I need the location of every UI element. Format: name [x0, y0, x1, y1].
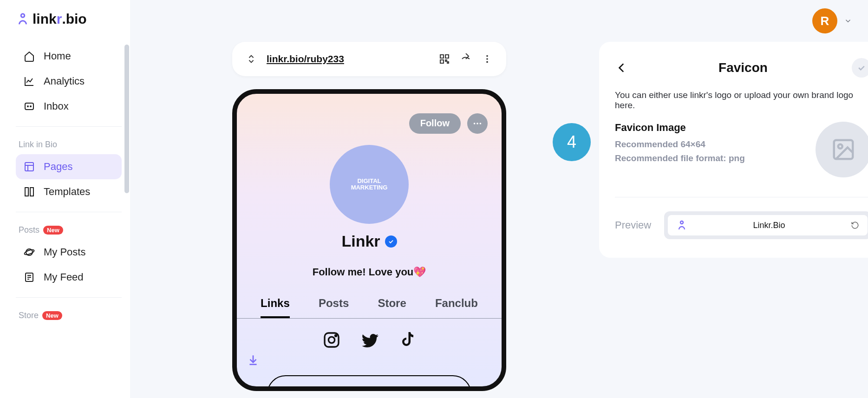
favicon-panel: Favicon You can either use linkr's logo …: [599, 42, 868, 258]
svg-rect-8: [30, 188, 33, 196]
sidebar-item-pages[interactable]: Pages: [16, 154, 122, 179]
favicon-recommended-size: Recommended 64×64: [615, 139, 745, 150]
svg-point-3: [30, 106, 31, 107]
chevron-down-icon[interactable]: [844, 17, 852, 25]
sidebar-item-home[interactable]: Home: [16, 44, 122, 69]
new-badge: New: [43, 226, 63, 235]
svg-point-31: [680, 221, 683, 224]
brand-text-accent: r: [57, 11, 62, 27]
svg-point-19: [486, 58, 488, 60]
section-label-posts: Posts New: [19, 225, 122, 235]
home-icon: [23, 50, 35, 62]
sidebar-item-myfeed[interactable]: My Feed: [16, 265, 122, 290]
panel-description: You can either use linkr's logo or uploa…: [615, 90, 868, 111]
back-button[interactable]: [615, 61, 629, 75]
social-icons-row: [237, 331, 502, 350]
svg-rect-15: [440, 55, 444, 58]
svg-point-23: [480, 123, 482, 124]
sidebar-label-pages: Pages: [44, 161, 72, 173]
divider: [615, 197, 868, 197]
follow-button[interactable]: Follow: [409, 113, 461, 134]
svg-point-30: [838, 144, 842, 149]
sidebar-label-home: Home: [44, 50, 71, 62]
section-label-store: Store New: [19, 311, 122, 320]
sidebar-item-myposts[interactable]: My Posts: [16, 240, 122, 265]
user-avatar[interactable]: R: [812, 8, 837, 33]
reorder-icon[interactable]: [245, 53, 257, 65]
divider: [16, 126, 122, 127]
sidebar-item-analytics[interactable]: Analytics: [16, 69, 122, 94]
favicon-heading: Favicon Image: [615, 122, 745, 134]
tab-fanclub[interactable]: Fanclub: [435, 292, 478, 318]
step-badge: 4: [553, 123, 591, 161]
avatar-text-2: MARKETING: [351, 184, 388, 191]
brand-text-prefix: link: [33, 11, 57, 27]
profile-bio: Follow me! Love you💖: [237, 266, 502, 278]
brand-logo[interactable]: linkr.bio: [16, 11, 122, 27]
page-url-bar: linkr.bio/ruby233: [232, 42, 506, 76]
svg-rect-4: [25, 163, 33, 171]
svg-point-18: [486, 55, 488, 57]
twitter-icon[interactable]: [360, 331, 380, 350]
instagram-icon[interactable]: [322, 331, 341, 350]
pages-icon: [23, 161, 35, 173]
tab-links[interactable]: Links: [261, 292, 290, 318]
tab-posts[interactable]: Posts: [319, 292, 349, 318]
feed-icon: [23, 271, 35, 283]
profile-avatar[interactable]: DIGITAL MARKETING: [330, 145, 409, 224]
preview-tab-title: Linkr.Bio: [694, 221, 844, 230]
svg-point-10: [24, 248, 34, 255]
profile-tabs: Links Posts Store Fanclub: [237, 292, 502, 319]
svg-point-20: [486, 61, 488, 63]
qr-icon[interactable]: [438, 53, 450, 65]
confirm-button[interactable]: [852, 58, 868, 78]
more-icon[interactable]: [481, 53, 493, 65]
phone-preview: Follow DIGITAL MARKETING Linkr Follow me…: [232, 89, 506, 391]
favicon-upload-placeholder[interactable]: [816, 122, 868, 177]
verified-badge-icon: [385, 235, 397, 248]
sidebar: linkr.bio Home Analytics Inbox Link in B…: [0, 0, 130, 398]
svg-rect-16: [445, 55, 449, 58]
planet-icon: [23, 246, 35, 258]
browser-tab-preview: Linkr.Bio: [664, 211, 868, 239]
sidebar-label-myposts: My Posts: [44, 246, 85, 258]
divider: [16, 297, 122, 298]
link-card-stub: [267, 375, 471, 391]
svg-point-25: [328, 337, 334, 343]
svg-rect-7: [25, 188, 28, 196]
section-label-linkinbio: Link in Bio: [19, 140, 122, 150]
reload-icon[interactable]: [851, 221, 859, 229]
profile-more-button[interactable]: [467, 113, 488, 134]
divider: [16, 212, 122, 212]
favicon-preview-icon: [676, 220, 687, 231]
sidebar-label-templates: Templates: [44, 186, 90, 198]
svg-rect-1: [25, 103, 33, 110]
svg-point-22: [476, 123, 478, 124]
panel-title: Favicon: [718, 60, 768, 75]
tab-store[interactable]: Store: [378, 292, 406, 318]
svg-point-26: [335, 335, 337, 336]
svg-point-2: [27, 106, 28, 107]
sidebar-item-templates[interactable]: Templates: [16, 179, 122, 204]
sidebar-label-myfeed: My Feed: [44, 271, 84, 283]
svg-point-21: [474, 123, 476, 124]
profile-name: Linkr: [237, 232, 502, 250]
brand-icon: [16, 12, 30, 26]
topbar: R: [812, 8, 852, 33]
avatar-text-1: DIGITAL: [357, 178, 381, 184]
inbox-icon: [23, 100, 35, 112]
page-url-link[interactable]: linkr.bio/ruby233: [267, 53, 344, 65]
svg-point-0: [21, 14, 25, 18]
sidebar-label-analytics: Analytics: [44, 75, 85, 87]
analytics-icon: [23, 75, 35, 87]
sidebar-item-inbox[interactable]: Inbox: [16, 94, 122, 119]
preview-label: Preview: [615, 219, 651, 231]
new-badge: New: [42, 311, 62, 320]
sidebar-label-inbox: Inbox: [44, 100, 69, 112]
preview-column: linkr.bio/ruby233 Follow DIGITAL MARKETI…: [232, 42, 506, 391]
tiktok-icon[interactable]: [399, 331, 416, 350]
svg-rect-17: [440, 60, 444, 63]
templates-icon: [23, 186, 35, 198]
download-icon[interactable]: [247, 354, 259, 366]
share-icon[interactable]: [460, 53, 472, 65]
